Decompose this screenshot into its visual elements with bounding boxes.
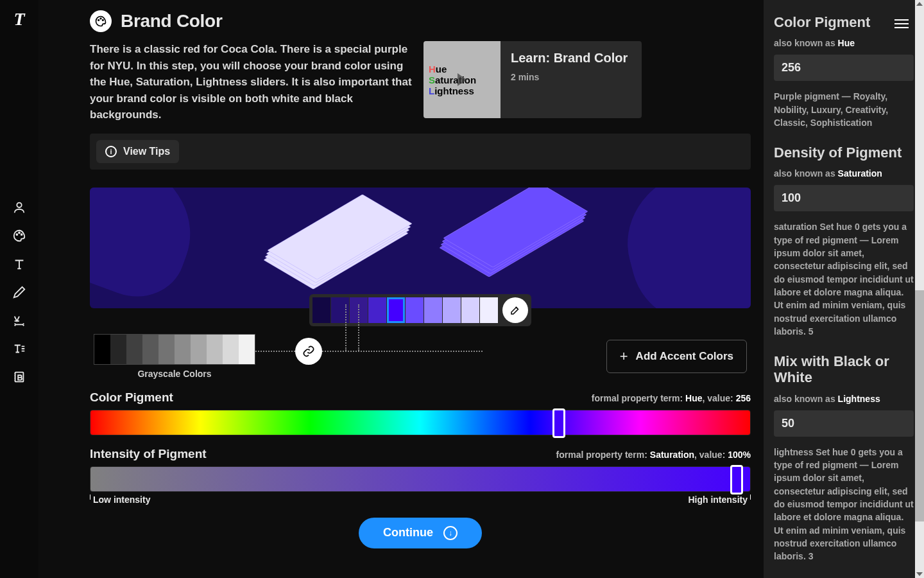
svg-point-2	[19, 232, 20, 234]
panel-hue-title: Color Pigment	[774, 14, 914, 30]
scroll-down-icon[interactable]	[916, 572, 923, 576]
grayscale-palette	[94, 334, 255, 365]
main-content: Brand Color There is a classic red for C…	[38, 0, 764, 578]
svg-point-0	[17, 203, 21, 207]
panel-lig-value[interactable]: 50	[774, 410, 914, 437]
panel-sat-aka: also known as Saturation	[774, 168, 914, 179]
panel-hue-value[interactable]: 256	[774, 55, 914, 81]
edit-palette-button[interactable]	[502, 297, 528, 323]
grayscale-swatch[interactable]	[126, 335, 142, 364]
intro-text: There is a classic red for Coca Cola. Th…	[90, 41, 417, 123]
svg-point-7	[103, 20, 104, 21]
info-panel: Color Pigment also known as Hue 256 Purp…	[764, 0, 924, 578]
brand-swatch[interactable]	[368, 297, 386, 323]
arrow-down-icon: ↓	[443, 526, 458, 540]
saturation-slider-group: Intensity of Pigment formal property ter…	[90, 447, 751, 505]
continue-label: Continue	[383, 526, 433, 539]
left-rail: T	[0, 0, 38, 578]
scroll-up-icon[interactable]	[916, 2, 923, 6]
page-title: Brand Color	[121, 11, 222, 31]
brand-swatch[interactable]	[424, 297, 442, 323]
plus-icon: +	[620, 348, 628, 365]
brand-swatch[interactable]	[443, 297, 461, 323]
brand-palette	[309, 294, 531, 326]
grayscale-swatch[interactable]	[110, 335, 126, 364]
brand-swatch[interactable]	[312, 297, 330, 323]
hue-slider-thumb[interactable]	[552, 408, 565, 438]
menu-button[interactable]	[894, 17, 909, 31]
info-icon: i	[105, 146, 117, 157]
continue-button[interactable]: Continue ↓	[359, 518, 482, 548]
scrollbar-thumb[interactable]	[915, 290, 924, 521]
svg-point-3	[21, 234, 22, 235]
saturation-high-label: High intensity	[688, 495, 751, 505]
type-icon[interactable]	[12, 257, 26, 271]
grayscale-swatch[interactable]	[223, 335, 239, 364]
panel-sat-value[interactable]: 100	[774, 185, 914, 211]
scrollbar[interactable]	[915, 0, 924, 578]
grayscale-swatch[interactable]	[191, 335, 207, 364]
panel-sat-desc: saturation Set hue 0 gets you a type of …	[774, 220, 914, 338]
app-logo[interactable]: T	[13, 9, 24, 30]
hue-slider-label: Color Pigment	[90, 390, 173, 405]
add-accent-button[interactable]: + Add Accent Colors	[606, 340, 747, 373]
play-icon	[458, 73, 466, 86]
view-tips-button[interactable]: i View Tips	[96, 140, 179, 163]
spacing-icon[interactable]	[12, 313, 26, 328]
grayscale-swatch[interactable]	[207, 335, 223, 364]
add-accent-label: Add Accent Colors	[636, 350, 733, 363]
color-preview	[90, 188, 751, 308]
svg-point-1	[16, 234, 17, 235]
panel-hue-desc: Purple pigment — Royalty, Nobility, Luxu…	[774, 90, 914, 129]
tips-bar: i View Tips	[90, 134, 751, 170]
grayscale-swatch[interactable]	[158, 335, 175, 364]
saturation-low-label: Low intensity	[90, 495, 150, 505]
nav-icons	[12, 200, 26, 384]
brand-swatch[interactable]	[480, 297, 498, 323]
video-title: Learn: Brand Color	[511, 50, 628, 66]
grayscale-label: Grayscale Colors	[137, 369, 211, 379]
panel-lig-aka: also known as Lightness	[774, 394, 914, 404]
view-tips-label: View Tips	[123, 146, 170, 157]
grayscale-swatch[interactable]	[142, 335, 158, 364]
panel-lig-title: Mix with Black or White	[774, 353, 914, 386]
text-style-icon[interactable]	[12, 342, 26, 356]
video-card[interactable]: Hue Saturation Lightness Learn: Brand Co…	[424, 41, 642, 118]
grayscale-swatch[interactable]	[94, 335, 110, 364]
saturation-slider-track[interactable]	[90, 466, 751, 492]
palette-icon[interactable]	[12, 229, 26, 243]
brand-book-icon[interactable]	[12, 370, 26, 384]
panel-hue-aka: also known as Hue	[774, 38, 914, 48]
saturation-slider-meta: formal property term: Saturation, value:…	[556, 450, 751, 460]
video-duration: 2 mins	[511, 72, 628, 82]
saturation-slider-thumb[interactable]	[730, 465, 743, 495]
grayscale-swatch[interactable]	[175, 335, 191, 364]
grayscale-swatch[interactable]	[239, 335, 255, 364]
user-icon[interactable]	[12, 200, 26, 215]
hue-slider-group: Color Pigment formal property term: Hue,…	[90, 390, 751, 435]
saturation-slider-label: Intensity of Pigment	[90, 447, 207, 461]
svg-point-6	[100, 18, 101, 19]
panel-sat-title: Density of Pigment	[774, 144, 914, 161]
page-title-icon	[90, 10, 112, 32]
brand-swatch[interactable]	[387, 297, 405, 323]
link-icon[interactable]	[295, 338, 322, 365]
pen-icon[interactable]	[12, 285, 26, 299]
video-thumbnail: Hue Saturation Lightness	[424, 41, 501, 118]
panel-lig-desc: lightness Set hue 0 gets you a type of r…	[774, 446, 914, 563]
hue-slider-track[interactable]	[90, 410, 751, 435]
hue-slider-meta: formal property term: Hue, value: 256	[592, 393, 751, 403]
brand-swatch[interactable]	[461, 297, 479, 323]
brand-swatch[interactable]	[406, 297, 424, 323]
svg-point-5	[98, 20, 99, 21]
